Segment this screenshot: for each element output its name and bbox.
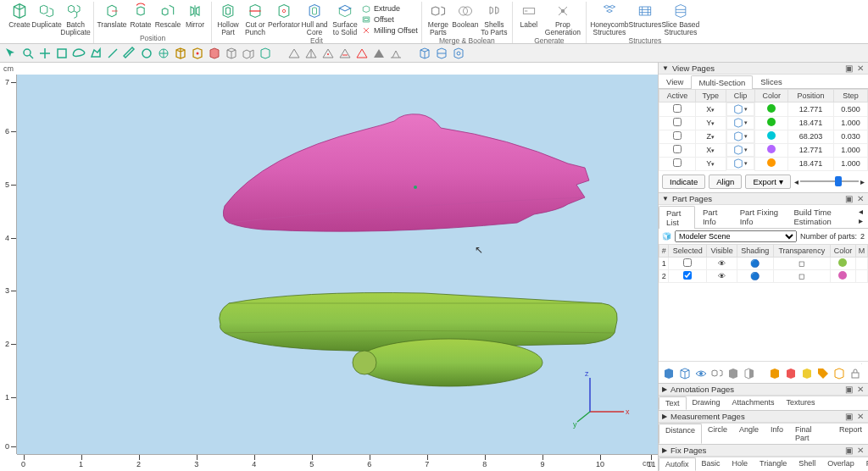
active-checkbox[interactable] bbox=[673, 104, 682, 113]
eye-icon[interactable] bbox=[694, 367, 708, 380]
align-button[interactable]: Align bbox=[709, 175, 742, 189]
tab-attachments[interactable]: Attachments bbox=[726, 396, 781, 410]
tab-part-list[interactable]: Part List bbox=[659, 206, 695, 229]
tool-arrow-icon[interactable] bbox=[3, 46, 19, 61]
mirror-button[interactable]: Mirror bbox=[182, 2, 208, 29]
active-checkbox[interactable] bbox=[673, 131, 682, 140]
close-icon[interactable]: ✕ bbox=[856, 64, 865, 73]
canvas-3d[interactable]: ↖ x z y bbox=[17, 75, 658, 454]
label-button[interactable]: Label bbox=[516, 2, 542, 36]
tool-wire1-icon[interactable] bbox=[417, 46, 432, 61]
tool-wire3-icon[interactable] bbox=[451, 46, 466, 61]
duplicate-button[interactable]: Duplicate bbox=[34, 2, 59, 36]
section-row[interactable]: Z▾▾68.2030.030 bbox=[659, 130, 868, 143]
shading-toggle[interactable]: 🔵 bbox=[737, 257, 773, 269]
tab-report[interactable]: Report bbox=[833, 424, 868, 444]
hollow-button[interactable]: Hollow Part bbox=[215, 2, 241, 36]
scene-dropdown[interactable]: Modeler Scene bbox=[675, 230, 797, 242]
undock-icon[interactable]: ▣ bbox=[844, 385, 853, 394]
tool-line-icon[interactable] bbox=[105, 46, 120, 61]
tab-shell[interactable]: Shell bbox=[793, 457, 821, 471]
cube-yellow-icon[interactable] bbox=[800, 367, 814, 380]
close-icon[interactable]: ✕ bbox=[856, 194, 865, 203]
tab-circle[interactable]: Circle bbox=[702, 424, 733, 444]
active-checkbox[interactable] bbox=[673, 118, 682, 126]
merge-button[interactable]: Merge Parts bbox=[426, 2, 451, 36]
slice-button[interactable]: Slice Based Structures bbox=[661, 2, 700, 36]
surface-button[interactable]: Surface to Solid bbox=[331, 2, 359, 36]
perforator-button[interactable]: Perforator bbox=[270, 2, 298, 36]
tool-zoom-icon[interactable] bbox=[20, 46, 36, 61]
active-checkbox[interactable] bbox=[673, 145, 682, 153]
tool-cube3-icon[interactable] bbox=[207, 46, 222, 61]
extrude-button[interactable]: Extrude bbox=[361, 3, 418, 14]
tab-part-info[interactable]: Part Info bbox=[695, 205, 732, 228]
panel-header-view[interactable]: ▼ View Pages ▣ ✕ bbox=[659, 63, 868, 75]
cube-orange-icon[interactable] bbox=[768, 367, 782, 380]
tab-hole[interactable]: Hole bbox=[726, 457, 754, 471]
boolean-button[interactable]: Boolean bbox=[453, 2, 478, 36]
tool-tri5-icon[interactable] bbox=[354, 46, 370, 61]
tool-tri7-icon[interactable] bbox=[388, 46, 403, 61]
cubes-icon[interactable] bbox=[710, 367, 724, 380]
tab-autofix[interactable]: Autofix bbox=[659, 457, 696, 471]
cube-half-icon[interactable] bbox=[743, 367, 756, 380]
tool-tri3-icon[interactable] bbox=[320, 46, 336, 61]
tool-cube2-icon[interactable] bbox=[190, 46, 205, 61]
clip-toggle[interactable]: ▾ bbox=[726, 116, 755, 130]
part-row[interactable]: 1👁🔵◻ bbox=[659, 257, 868, 269]
tool-cube4-icon[interactable] bbox=[224, 46, 239, 61]
tab-angle[interactable]: Angle bbox=[733, 424, 765, 444]
tab-point[interactable]: Point bbox=[860, 457, 868, 471]
cube-grey-icon[interactable] bbox=[726, 367, 740, 380]
clip-toggle[interactable]: ▾ bbox=[726, 143, 755, 157]
shading-toggle[interactable]: 🔵 bbox=[737, 269, 773, 282]
offset-button[interactable]: Offset bbox=[361, 14, 418, 25]
selected-checkbox[interactable] bbox=[683, 271, 692, 280]
tab-textures[interactable]: Textures bbox=[781, 396, 821, 410]
tool-tri1-icon[interactable] bbox=[287, 46, 302, 61]
batch-duplicate-button[interactable]: Batch Duplicate bbox=[61, 2, 90, 36]
tab-triangle[interactable]: Triangle bbox=[754, 457, 793, 471]
clip-toggle[interactable]: ▾ bbox=[726, 103, 755, 116]
section-row[interactable]: X▾▾12.7710.500 bbox=[659, 103, 868, 117]
close-icon[interactable]: ✕ bbox=[856, 412, 865, 421]
translate-button[interactable]: Translate bbox=[97, 2, 126, 29]
clip-toggle[interactable]: ▾ bbox=[726, 130, 755, 143]
lock-icon[interactable] bbox=[849, 367, 862, 380]
section-row[interactable]: Y▾▾18.4711.000 bbox=[659, 157, 868, 170]
undock-icon[interactable]: ▣ bbox=[844, 64, 853, 73]
section-row[interactable]: X▾▾12.7711.000 bbox=[659, 143, 868, 157]
tab-build-time[interactable]: Build Time Estimation bbox=[786, 205, 856, 228]
tool-cube1-icon[interactable] bbox=[173, 46, 188, 61]
transparency-toggle[interactable]: ◻ bbox=[773, 257, 830, 269]
tab-info[interactable]: Info bbox=[765, 424, 789, 444]
tab-slices[interactable]: Slices bbox=[753, 75, 789, 88]
honeycomb-button[interactable]: Honeycomb Structures bbox=[590, 2, 629, 36]
transparency-toggle[interactable]: ◻ bbox=[773, 269, 830, 282]
tab-text[interactable]: Text bbox=[659, 396, 687, 410]
milling-button[interactable]: Milling Offset bbox=[361, 25, 418, 36]
selected-checkbox[interactable] bbox=[683, 258, 692, 267]
viewport[interactable]: cm 7 6 5 4 3 2 1 0 0 1 2 3 4 5 6 7 8 9 1… bbox=[0, 63, 658, 471]
tab-fixing-info[interactable]: Part Fixing Info bbox=[732, 205, 787, 228]
tab-basic[interactable]: Basic bbox=[696, 457, 726, 471]
tool-tri4-icon[interactable] bbox=[337, 46, 353, 61]
tab-drawing[interactable]: Drawing bbox=[687, 396, 726, 410]
undock-icon[interactable]: ▣ bbox=[844, 412, 853, 421]
panel-header-measurement[interactable]: ▶ Measurement Pages ▣✕ bbox=[659, 411, 868, 423]
tab-overlap[interactable]: Overlap bbox=[821, 457, 860, 471]
tool-tri2-icon[interactable] bbox=[303, 46, 319, 61]
clip-toggle[interactable]: ▾ bbox=[726, 157, 755, 170]
tag-icon[interactable] bbox=[816, 367, 830, 380]
visible-toggle[interactable]: 👁 bbox=[707, 269, 737, 282]
shells-button[interactable]: Shells To Parts bbox=[480, 2, 509, 36]
tool-poly-icon[interactable] bbox=[88, 46, 103, 61]
panel-header-annotation[interactable]: ▶ Annotation Pages ▣✕ bbox=[659, 384, 868, 396]
structures-button[interactable]: Structures bbox=[631, 2, 659, 36]
model-part-top[interactable] bbox=[212, 104, 602, 240]
cube-wire-icon[interactable] bbox=[678, 367, 692, 380]
create-button[interactable]: Create bbox=[7, 2, 32, 36]
undock-icon[interactable]: ▣ bbox=[844, 446, 853, 455]
tool-wire2-icon[interactable] bbox=[434, 46, 449, 61]
